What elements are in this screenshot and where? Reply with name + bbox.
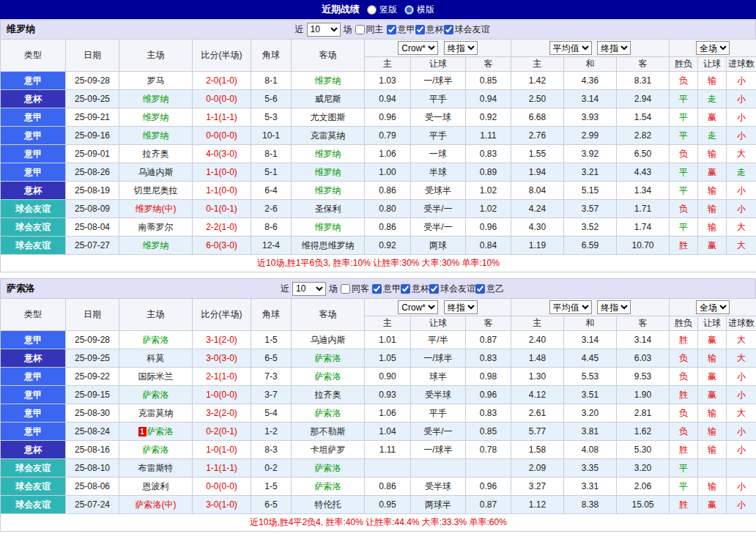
league-filter-checkbox[interactable] (475, 284, 485, 294)
team-link[interactable]: 拉齐奥 (315, 390, 341, 400)
avg-away: 8.31 (617, 72, 670, 90)
team-link[interactable]: 维罗纳 (143, 112, 169, 122)
team-link[interactable]: 维罗纳 (143, 240, 169, 250)
match-score[interactable]: 0-1(0-1) (193, 200, 251, 218)
team-link[interactable]: 那不勒斯 (311, 426, 346, 436)
scope-select[interactable]: 全场 (696, 300, 730, 314)
team-link[interactable]: 维得思维罗纳 (302, 240, 355, 250)
match-score[interactable]: 0-2(0-1) (193, 423, 251, 441)
match-score[interactable]: 3-2(2-0) (193, 404, 251, 423)
team-link[interactable]: 南蒂罗尔 (138, 222, 174, 232)
team-link[interactable]: 维罗纳 (315, 185, 341, 196)
team-link[interactable]: 萨索洛 (315, 408, 341, 418)
avg-draw: 3.92 (564, 145, 617, 163)
team-link[interactable]: 萨索洛 (143, 390, 169, 400)
league-filter-checkbox[interactable] (429, 284, 439, 294)
team-link[interactable]: 萨索洛 (315, 481, 341, 491)
match-score[interactable]: 2-0(1-0) (193, 72, 251, 90)
team-link[interactable]: 拉齐奥 (143, 149, 169, 159)
team-link[interactable]: 尤文图斯 (311, 112, 346, 122)
match-score[interactable]: 2-2(1-0) (193, 218, 251, 237)
team-link[interactable]: 圣保利 (315, 204, 341, 214)
bookmaker-select[interactable]: Crow* (398, 41, 438, 55)
team-link[interactable]: 罗马 (147, 75, 165, 86)
team-link[interactable]: 克雷莫纳 (311, 130, 346, 141)
match-score[interactable]: 1-0(0-0) (193, 386, 251, 404)
same-venue-checkbox[interactable] (355, 25, 365, 34)
match-score[interactable]: 6-0(3-0) (193, 237, 251, 255)
final-odds-select[interactable]: 终指 (597, 41, 631, 55)
league-filter-checkbox[interactable] (444, 25, 453, 34)
team-link[interactable]: 切里尼奥拉 (134, 185, 178, 196)
league-filter: 球会友谊 (444, 23, 490, 36)
home-team: 国际米兰 (119, 368, 193, 386)
match-type-badge: 意甲 (1, 331, 66, 349)
team-link[interactable]: 国际米兰 (138, 371, 174, 382)
team-link[interactable]: 维罗纳 (315, 75, 341, 86)
league-filter-checkbox[interactable] (401, 284, 410, 294)
match-score[interactable]: 2-1(1-0) (193, 368, 251, 386)
match-score[interactable]: 3-0(3-0) (193, 349, 251, 368)
match-score[interactable]: 0-0(0-0) (193, 127, 251, 145)
match-score[interactable]: 1-1(0-0) (193, 163, 251, 182)
match-score[interactable]: 1-0(1-0) (193, 441, 251, 459)
team-link[interactable]: 萨索洛 (315, 371, 341, 382)
league-filter-checkbox[interactable] (387, 25, 396, 34)
odds-handicap: 受半/一 (411, 218, 466, 237)
average-select[interactable]: 平均值 (549, 300, 592, 314)
team-link[interactable]: 萨索洛 (315, 353, 341, 363)
team-link[interactable]: 维罗纳 (143, 94, 169, 104)
team-link[interactable]: 维罗纳 (143, 130, 169, 141)
team-link[interactable]: 维罗纳 (315, 167, 341, 177)
corner-score: 7-3 (251, 368, 292, 386)
match-score[interactable]: 3-1(2-0) (193, 331, 251, 349)
team-link[interactable]: 维罗纳 (315, 222, 341, 232)
league-filter-checkbox[interactable] (415, 25, 425, 34)
match-score[interactable]: 0-0(0-0) (193, 477, 251, 496)
match-score[interactable]: 3-0(1-0) (193, 496, 251, 514)
odds-away: 0.94 (466, 90, 511, 108)
match-score[interactable]: 1-1(1-1) (193, 459, 251, 477)
away-team: 维罗纳 (292, 163, 365, 182)
team-link[interactable]: 乌迪内斯 (138, 167, 174, 177)
recent-count-select[interactable]: 10 (307, 23, 341, 37)
team-link[interactable]: 萨索洛 (143, 445, 169, 455)
home-team: 维罗纳(中) (119, 200, 193, 218)
average-select[interactable]: 平均值 (549, 41, 592, 55)
away-team: 维罗纳 (292, 72, 365, 90)
layout-radio-vertical[interactable] (367, 5, 377, 15)
team-link[interactable]: 乌迪内斯 (311, 335, 346, 345)
team-link[interactable]: 萨索洛 (147, 426, 174, 436)
match-score[interactable]: 0-0(0-0) (193, 90, 251, 108)
match-score[interactable]: 1-1(1-1) (193, 108, 251, 127)
team-link[interactable]: 萨索洛(中) (136, 499, 177, 510)
match-score[interactable]: 1-1(0-0) (193, 182, 251, 200)
team-link[interactable]: 维罗纳(中) (136, 204, 177, 214)
final-odds-select[interactable]: 终指 (444, 300, 478, 314)
final-odds-select[interactable]: 终指 (597, 300, 631, 314)
team-link[interactable]: 威尼斯 (315, 94, 341, 104)
away-team: 特伦托 (292, 496, 365, 514)
league-filter-label: 意杯 (426, 23, 444, 36)
team-link[interactable]: 卡坦萨罗 (311, 445, 346, 455)
league-filter-checkbox[interactable] (372, 284, 382, 294)
scope-select[interactable]: 全场 (696, 41, 730, 55)
corner-score: 6-5 (251, 349, 292, 368)
team-link[interactable]: 恩波利 (143, 481, 169, 491)
team-link[interactable]: 萨索洛 (315, 463, 341, 473)
team-link[interactable]: 布雷斯特 (138, 463, 174, 473)
same-venue-checkbox[interactable] (341, 284, 350, 294)
layout-radio-horizontal[interactable] (404, 5, 414, 15)
team-link[interactable]: 特伦托 (315, 499, 341, 510)
final-odds-select[interactable]: 终指 (444, 41, 478, 55)
team-link[interactable]: 克雷莫纳 (138, 408, 174, 418)
team-link[interactable]: 科莫 (147, 353, 165, 363)
team-link[interactable]: 萨索洛 (143, 335, 169, 345)
match-type-badge: 球会友谊 (1, 200, 66, 218)
bookmaker-select[interactable]: Crow* (398, 300, 438, 314)
team-link[interactable]: 维罗纳 (315, 149, 341, 159)
page-header: 近期战绩 竖版 横版 (0, 0, 756, 19)
match-type-badge: 意杯 (1, 349, 66, 368)
recent-count-select[interactable]: 10 (292, 282, 326, 296)
match-score[interactable]: 4-0(3-0) (193, 145, 251, 163)
